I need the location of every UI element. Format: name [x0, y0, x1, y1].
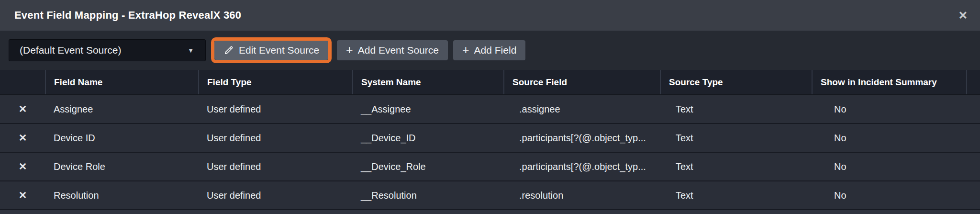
gutter-cell — [967, 95, 980, 124]
delete-row-button[interactable]: ✕ — [0, 124, 45, 152]
event-source-select-value: (Default Event Source) — [20, 45, 121, 56]
table-row[interactable]: ✕ Assignee User defined __Assignee .assi… — [0, 95, 980, 124]
table-row[interactable]: ✕ Device Role User defined __Device_Role… — [0, 152, 980, 181]
cell-field-type: User defined — [199, 124, 353, 152]
cell-show-in-incident-summary: No — [812, 152, 967, 181]
table-row[interactable]: ✕ Device ID User defined __Device_ID .pa… — [0, 124, 980, 152]
gutter-column-header — [967, 70, 980, 95]
gutter-cell — [967, 124, 980, 152]
cell-show-in-incident-summary: No — [812, 181, 967, 210]
cell-system-name: __Device_Role — [353, 152, 504, 181]
pencil-icon — [223, 45, 234, 56]
cell-show-in-incident-summary: No — [812, 95, 967, 124]
dialog-title: Event Field Mapping - ExtraHop RevealX 3… — [14, 9, 241, 22]
delete-column-header — [0, 70, 45, 95]
column-header-source-type: Source Type — [660, 70, 812, 95]
edit-event-source-label: Edit Event Source — [239, 45, 319, 56]
add-event-source-label: Add Event Source — [358, 45, 439, 56]
delete-row-button[interactable]: ✕ — [0, 95, 45, 124]
event-field-mapping-dialog: Event Field Mapping - ExtraHop RevealX 3… — [0, 0, 980, 214]
add-field-label: Add Field — [474, 45, 517, 56]
cell-system-name: __Resolution — [353, 181, 504, 210]
toolbar: (Default Event Source) ▼ Edit Event Sour… — [0, 31, 980, 70]
cell-source-field: .participants[?(@.object_typ... — [504, 124, 660, 152]
column-header-field-type: Field Type — [199, 70, 353, 95]
edit-event-source-button[interactable]: Edit Event Source — [214, 41, 328, 60]
add-event-source-button[interactable]: + Add Event Source — [337, 40, 448, 60]
plus-icon: + — [462, 44, 469, 56]
field-mapping-table: Field Name Field Type System Name Source… — [0, 70, 980, 210]
cell-field-type: User defined — [199, 181, 353, 210]
event-source-select[interactable]: (Default Event Source) ▼ — [9, 39, 206, 61]
cell-system-name: __Assignee — [353, 95, 504, 124]
cell-system-name: __Device_ID — [353, 124, 504, 152]
column-header-field-name: Field Name — [45, 70, 199, 95]
cell-source-field: .participants[?(@.object_typ... — [504, 152, 660, 181]
cell-source-field: .assignee — [504, 95, 660, 124]
add-field-button[interactable]: + Add Field — [453, 40, 525, 60]
cell-source-type: Text — [660, 95, 812, 124]
cell-field-name: Assignee — [45, 95, 199, 124]
column-header-source-field: Source Field — [504, 70, 660, 95]
gutter-cell — [967, 181, 980, 210]
column-header-show-in-incident-summary: Show in Incident Summary — [812, 70, 967, 95]
cell-field-type: User defined — [199, 152, 353, 181]
cell-field-type: User defined — [199, 95, 353, 124]
cell-source-type: Text — [660, 124, 812, 152]
cell-source-field: .resolution — [504, 181, 660, 210]
dialog-titlebar: Event Field Mapping - ExtraHop RevealX 3… — [0, 0, 980, 31]
chevron-down-icon: ▼ — [188, 47, 194, 54]
cell-show-in-incident-summary: No — [812, 124, 967, 152]
next-row-edge — [0, 210, 980, 214]
table-header-row: Field Name Field Type System Name Source… — [0, 70, 980, 95]
gutter-cell — [967, 152, 980, 181]
column-header-system-name: System Name — [353, 70, 504, 95]
cell-field-name: Device Role — [45, 152, 199, 181]
close-icon[interactable]: ✕ — [958, 10, 968, 21]
edit-event-source-highlight-ring: Edit Event Source — [211, 37, 332, 63]
cell-field-name: Device ID — [45, 124, 199, 152]
cell-field-name: Resolution — [45, 181, 199, 210]
delete-row-button[interactable]: ✕ — [0, 181, 45, 210]
table-row[interactable]: ✕ Resolution User defined __Resolution .… — [0, 181, 980, 210]
delete-row-button[interactable]: ✕ — [0, 152, 45, 181]
cell-source-type: Text — [660, 152, 812, 181]
cell-source-type: Text — [660, 181, 812, 210]
plus-icon: + — [346, 44, 353, 56]
